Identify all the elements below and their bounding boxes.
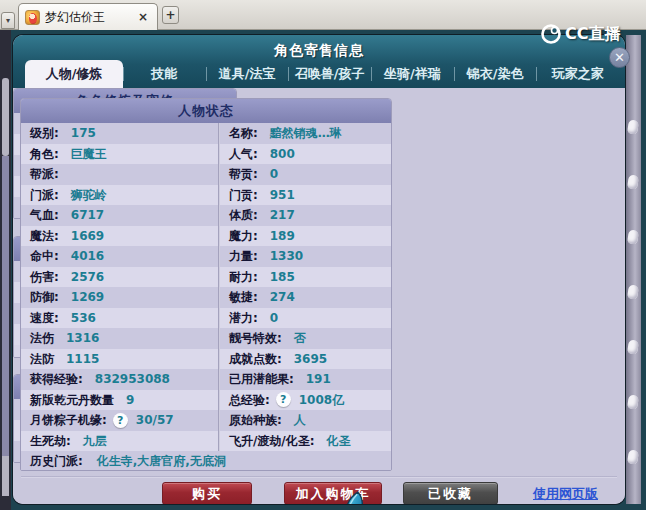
stat-value: 否: [294, 328, 306, 349]
stat-value: 人: [294, 410, 306, 431]
stat-value: 1269: [71, 287, 104, 308]
stat-row: 力量: ? 1330: [220, 246, 391, 267]
stat-label: 角色:: [30, 144, 59, 165]
stat-row: 法防 ? 1115: [21, 349, 218, 370]
dialog-header: 角色寄售信息 人物/修炼 技能 道具/法宝: [13, 35, 625, 88]
stat-label: 帮派:: [30, 164, 59, 185]
dialog-tab[interactable]: 召唤兽/孩子: [288, 60, 371, 88]
decor-claw-icon: [627, 394, 639, 409]
dialog-tab[interactable]: 坐骑/祥瑞: [371, 60, 454, 88]
panel-header-status: 人物状态: [21, 99, 391, 123]
stat-value: 189: [270, 226, 295, 247]
footer-divider: [21, 476, 617, 478]
stat-label: 级别:: [30, 123, 59, 144]
stat-row: 生死劫: ? 九层: [21, 431, 218, 452]
stat-value: 化圣: [327, 431, 351, 452]
dialog-tab[interactable]: 锦衣/染色: [454, 60, 537, 88]
web-version-link[interactable]: 使用网页版: [533, 485, 598, 503]
cc-live-logo: CC直播: [540, 23, 620, 45]
tab-title: 梦幻估价王: [45, 9, 130, 26]
stat-row: 角色: ? 巨魔王: [21, 144, 218, 165]
stat-value: 1330: [270, 246, 303, 267]
new-tab-button[interactable]: +: [162, 6, 179, 24]
stat-row: 人气: ? 800: [220, 144, 391, 165]
stat-row: 速度: ? 536: [21, 308, 218, 329]
dialog-title: 角色寄售信息: [13, 42, 625, 60]
stat-row: 成就点数: ? 3695: [220, 349, 391, 370]
decor-claw-icon: [627, 284, 639, 299]
dialog-content: 人物状态 级别: ? 175: [13, 88, 625, 504]
decor-claw-icon: [627, 119, 639, 134]
help-icon[interactable]: ?: [276, 392, 291, 407]
stat-row: 名称: ? 黯然销魂…琳: [220, 123, 391, 144]
dialog-tab[interactable]: 技能: [123, 60, 206, 88]
stat-row: 帮派: ?: [21, 164, 218, 185]
cc-logo-icon: [540, 23, 562, 45]
tab-close-icon[interactable]: ×: [135, 10, 151, 24]
stat-row: 敏捷: ? 274: [220, 287, 391, 308]
stat-row: 已用潜能果: ? 191: [220, 369, 391, 390]
stat-label: 原始种族:: [229, 410, 282, 431]
dialog-tab[interactable]: 玩家之家: [536, 60, 619, 88]
stat-row: 体质: ? 217: [220, 205, 391, 226]
stat-row: 法伤 ? 1316: [21, 328, 218, 349]
stat-label: 飞升/渡劫/化圣:: [229, 431, 315, 452]
stat-label: 门贡:: [229, 185, 258, 206]
help-icon[interactable]: ?: [113, 413, 128, 428]
stat-value: 274: [270, 287, 295, 308]
stat-value: 2576: [71, 267, 104, 288]
stat-value: 536: [71, 308, 96, 329]
consignment-dialog: 角色寄售信息 人物/修炼 技能 道具/法宝: [13, 35, 625, 504]
stat-label: 耐力:: [229, 267, 258, 288]
stat-row: 气血: ? 6717: [21, 205, 218, 226]
dialog-tab-label: 人物/修炼: [46, 66, 103, 81]
page-background: 角色寄售信息 人物/修炼 技能 道具/法宝: [0, 30, 646, 510]
stat-label: 命中:: [30, 246, 59, 267]
stat-label: 门派:: [30, 185, 59, 206]
favorited-button[interactable]: 已收藏: [403, 482, 498, 504]
add-to-cart-button[interactable]: 加入购物车: [284, 482, 382, 504]
stat-value: 4016: [71, 246, 104, 267]
stat-row: 新版乾元丹数量 ? 9: [21, 390, 218, 411]
dialog-tab-label: 坐骑/祥瑞: [384, 66, 441, 81]
dialog-tab-label: 技能: [151, 66, 177, 81]
tab-list-dropdown-button[interactable]: ▾: [1, 12, 15, 29]
dialog-tab[interactable]: 道具/法宝: [206, 60, 289, 88]
stat-row: 总经验: ? 1008亿: [220, 390, 391, 411]
stat-label: 伤害:: [30, 267, 59, 288]
panel-character-status: 人物状态 级别: ? 175: [20, 98, 392, 471]
decor-claw-icon: [627, 229, 639, 244]
stat-label: 总经验:: [229, 390, 270, 411]
dialog-tab[interactable]: 人物/修炼: [25, 60, 123, 88]
stat-value: 6717: [71, 205, 104, 226]
stat-label: 魔力:: [229, 226, 258, 247]
stat-label: 防御:: [30, 287, 59, 308]
stat-value: 狮驼岭: [71, 185, 107, 206]
stat-value: 175: [71, 123, 96, 144]
stat-value: 217: [270, 205, 295, 226]
stat-row: 魔力: ? 189: [220, 226, 391, 247]
dialog-tab-label: 玩家之家: [552, 66, 604, 81]
stat-row: 原始种族: ? 人: [220, 410, 391, 431]
stat-row: 飞升/渡劫/化圣: ? 化圣: [220, 431, 391, 452]
stat-label: 已用潜能果:: [229, 369, 294, 390]
browser-tab[interactable]: 梦幻估价王 ×: [18, 3, 158, 30]
buy-button[interactable]: 购买: [162, 482, 252, 504]
decor-claw-icon: [627, 449, 639, 464]
stat-row: 帮贡: ? 0: [220, 164, 391, 185]
stat-label: 速度:: [30, 308, 59, 329]
stat-value: 951: [270, 185, 295, 206]
stat-value: 巨魔王: [71, 144, 107, 165]
stat-value: 1008亿: [299, 390, 344, 411]
stat-value: 185: [270, 267, 295, 288]
dialog-close-button[interactable]: ✕: [609, 47, 630, 68]
stat-label: 法伤: [30, 328, 54, 349]
stat-label: 新版乾元丹数量: [30, 390, 114, 411]
stat-label: 靓号特效:: [229, 328, 282, 349]
stat-value: 0: [270, 164, 278, 185]
stat-row: 魔法: ? 1669: [21, 226, 218, 247]
stat-value: 0: [270, 308, 278, 329]
stat-value: 3695: [294, 349, 327, 370]
stat-row: 潜力: ? 0: [220, 308, 391, 329]
stat-row: 防御: ? 1269: [21, 287, 218, 308]
